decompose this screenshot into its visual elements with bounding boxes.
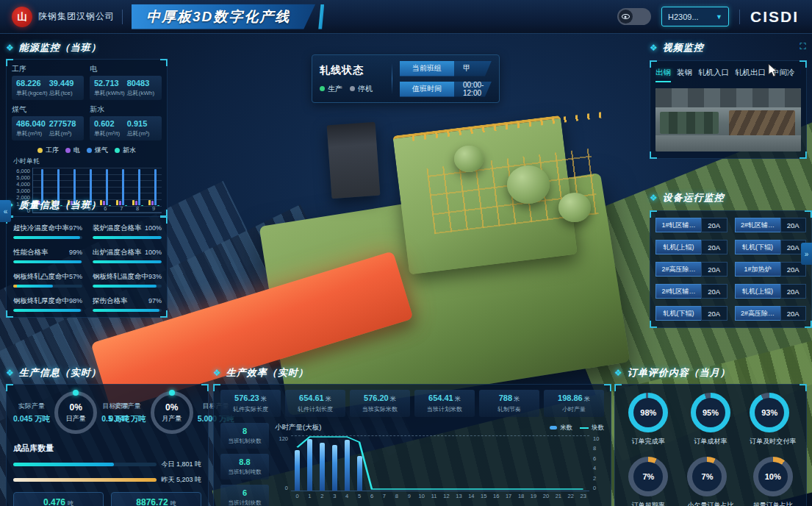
company-logo-glyph: 山 [18,10,27,24]
efficiency-stat-value: 198.86 米 [547,393,601,403]
quality-progress-fill [13,285,53,288]
monthly-output-percent: 0% [165,402,178,413]
heat-number-value: H2309... [668,13,710,21]
video-tab-出钢[interactable]: 出钢 [655,68,671,82]
status-dot-icon [320,86,325,91]
hourly-xtick: 11 [428,493,440,499]
equipment-label-chip: 1#轧区辅… [655,218,701,232]
energy-stat: 0.915总耗(m³) [127,119,157,138]
energy-group: 新水0.602单耗(m³/t)0.915总耗(m³) [90,104,162,140]
legend-dot-icon [115,148,120,153]
hourly-xtick: 15 [478,493,490,499]
page-title: 中厚板3D数字化产线 [146,7,290,26]
energy-legend-label: 煤气 [95,146,108,155]
efficiency-side-value: 8 [222,427,267,435]
efficiency-stat-unit: 米 [453,396,461,402]
order-gauge: 7%小欠量订单占比 [687,457,733,506]
energy-group: 煤气486.040单耗(m³/t)277578总耗(m³) [12,104,84,140]
order-gauge-value: 95% [703,408,719,417]
orders-panel: ❖ 订单评价内容（当月） 98%订单完成率95%订单成材率93%订单及时交付率7… [614,366,807,506]
equipment-cell: 轧机(下辊)20A [735,240,807,254]
energy-stat-value: 277578 [49,119,79,128]
left-panel-collapse-handle[interactable]: « [0,200,11,222]
hourly-legend-label: 块数 [592,424,604,432]
quality-item-label: 钢板终轧凸度命中 [13,272,69,282]
daily-actual-label: 实际产量 [13,402,50,411]
energy-chart-title: 小时单耗 [13,157,162,166]
efficiency-side-value: 8.8 [222,457,267,466]
cctv-rolling-line [729,110,795,138]
energy-legend-item: 煤气 [87,146,108,155]
quality-item: 超快冷温度命中率97% [13,224,82,239]
quality-progress-fill [93,260,162,263]
hourly-legend-item: 米数 [550,424,572,432]
equipment-cell: 2#高压除…20A [655,262,727,277]
quality-item-label: 探伤合格率 [93,296,128,306]
stock-card: 8876.72吨板坯库 [111,492,201,506]
energy-stat: 0.602单耗(m³/t) [94,119,124,138]
order-gauge: 10%超量订单占比 [753,457,793,506]
video-tab-装钢[interactable]: 装钢 [677,68,692,82]
energy-stat-label: 单耗(kgce/t) [16,89,46,97]
hourly-xtick: 7 [378,493,390,499]
video-panel-title: 视频监控 [663,41,704,54]
daily-output-gauge-label: 日产量 [66,414,86,424]
energy-group-card: 52.713单耗(kWh/t)80483总耗(kWh) [90,76,162,100]
equipment-label-chip: 2#轧区辅… [735,218,780,232]
energy-group: 工序68.226单耗(kgce/t)39.449总耗(tce) [12,64,84,100]
energy-group-card: 486.040单耗(m³/t)277578总耗(m³) [12,116,84,140]
right-panel-collapse-handle[interactable]: » [801,243,812,265]
hourly-xtick: 12 [440,493,453,499]
energy-group-name: 煤气 [12,104,84,115]
hourly-xtick: 6 [366,493,378,499]
hourly-xtick: 17 [503,493,515,499]
fullscreen-icon[interactable]: ⛶ [800,41,806,51]
order-gauge: 98%订单完成率 [628,393,668,446]
hourly-right-ytick: 0 [593,485,604,491]
energy-legend-item: 工序 [37,146,59,155]
equipment-current-value: 20A [701,284,727,299]
monthly-actual-label: 实际产量 [109,402,146,411]
energy-stat-value: 0.602 [94,119,124,128]
hourly-chart-title: 小时产量(大板) [275,423,321,432]
hourly-xtick: 10 [415,493,428,499]
quality-progress-track [13,260,82,263]
quality-progress-track [13,285,82,288]
status-ribbon-value: 00:00-12:00 [454,82,492,97]
energy-stat: 68.226单耗(kgce/t) [16,79,46,97]
energy-ytick: 5,000 [16,174,30,181]
quality-item-label: 钢板终轧厚度命中 [13,296,69,306]
hourly-xtick: 0 [291,493,303,499]
efficiency-stat-unit: 米 [389,396,396,402]
hourly-xtick: 23 [577,493,589,499]
order-gauge-value: 93% [761,408,777,417]
energy-panel-title: 能源监控（当班） [19,41,101,54]
energy-group-card: 68.226单耗(kgce/t)39.449总耗(tce) [12,76,84,100]
hourly-xtick: 9 [403,493,415,499]
efficiency-stat-label: 轧件计划长度 [288,405,342,413]
visibility-toggle[interactable] [617,8,651,25]
equipment-label-chip: 2#高压除… [655,262,701,277]
stock-section-title: 成品库数量 [13,443,201,454]
daily-output-gauge: 0% 日产量 [54,391,97,434]
cctv-feed[interactable] [655,88,801,152]
quality-item: 钢板终轧厚度命中98% [13,296,82,312]
quality-progress-track [93,309,162,312]
hourly-xtick: 5 [353,493,366,499]
video-tab-轧机入口[interactable]: 轧机入口 [698,68,729,82]
heat-number-select[interactable]: H2309... ▼ [661,7,729,26]
cisdi-logo: CISDI [750,8,799,26]
equipment-cell: 轧机(上辊)20A [735,284,807,299]
energy-stat: 277578总耗(m³) [49,119,79,138]
stock-card-unit: 吨 [68,500,73,506]
order-gauge-ring: 93% [750,393,789,432]
stock-today-label: 今日 1,801 吨 [161,460,201,469]
equipment-cell: 2#高压除…20A [735,306,807,321]
energy-stat-label: 单耗(m³/t) [16,129,46,138]
hourly-xtick: 22 [564,493,577,499]
energy-stat: 486.040单耗(m³/t) [16,119,46,138]
video-tab-电加热[interactable]: 电加热 [801,68,802,82]
hourly-xtick: 8 [390,493,403,499]
video-tab-轧机出口[interactable]: 轧机出口 [735,68,766,82]
monthly-actual-value: 0.047 万吨 [109,414,146,424]
